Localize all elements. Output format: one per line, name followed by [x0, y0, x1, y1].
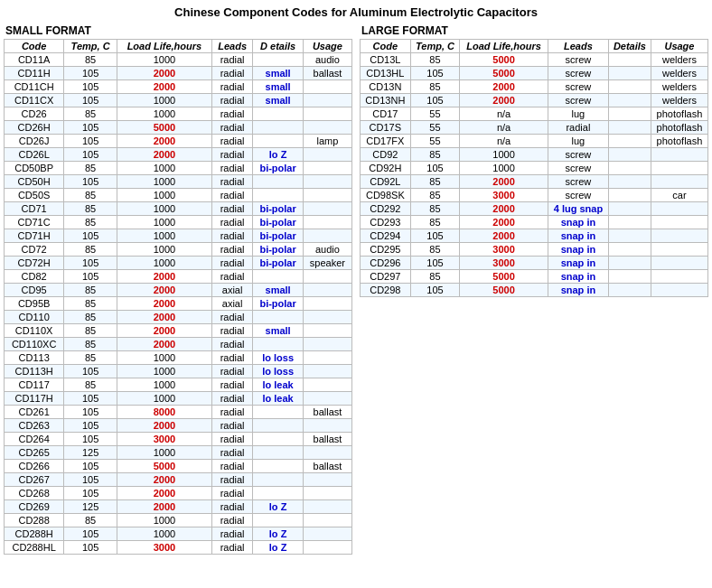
table-row: CD113851000radiallo loss [5, 351, 352, 365]
table-cell: audio [303, 243, 351, 257]
table-cell: 125 [64, 500, 117, 514]
table-cell [608, 175, 651, 189]
table-row: CD13HL1055000screwwelders [361, 67, 708, 80]
table-cell [253, 270, 304, 284]
table-cell: lug [548, 107, 608, 121]
table-cell: 1000 [117, 243, 211, 257]
table-cell: CD269 [5, 500, 64, 514]
table-cell: CD13N [361, 80, 411, 94]
table-cell: radial [211, 460, 252, 473]
table-row: CD98SK853000screwcar [361, 189, 708, 202]
table-cell [608, 107, 651, 121]
table-cell [303, 311, 351, 324]
table-cell: radial [211, 514, 252, 527]
table-cell [303, 80, 351, 94]
table-row: CD2961053000snap in [361, 257, 708, 270]
table-cell: small [253, 284, 304, 297]
table-cell: CD17 [361, 107, 411, 121]
large-col-details: Details [608, 40, 651, 53]
table-cell: 105 [64, 175, 117, 189]
table-row: CD11H1052000radialsmallballast [5, 67, 352, 80]
table-cell [303, 202, 351, 216]
table-cell: bi-polar [253, 162, 304, 175]
table-cell: 125 [64, 446, 117, 460]
table-cell: CD268 [5, 487, 64, 500]
table-cell [253, 121, 304, 135]
table-cell: 3000 [117, 433, 211, 446]
table-cell: screw [548, 53, 608, 67]
table-cell [303, 351, 351, 365]
table-cell: 105 [64, 121, 117, 135]
table-cell: 2000 [117, 297, 211, 311]
table-cell: snap in [548, 284, 608, 297]
table-cell: radial [211, 107, 252, 121]
table-cell: ballast [303, 67, 351, 80]
table-cell: CD17FX [361, 135, 411, 148]
table-cell: ballast [303, 433, 351, 446]
large-col-code: Code [361, 40, 411, 53]
table-cell: 55 [410, 121, 460, 135]
table-cell: lamp [303, 135, 351, 148]
table-cell: 105 [410, 94, 460, 107]
table-cell: CD26H [5, 121, 64, 135]
table-cell: lug [548, 135, 608, 148]
table-cell: 2000 [117, 473, 211, 487]
table-cell: n/a [460, 135, 548, 148]
table-row: CD117851000radiallo leak [5, 378, 352, 392]
table-cell [608, 202, 651, 216]
table-cell: 2000 [117, 148, 211, 162]
table-cell [608, 80, 651, 94]
table-row: CD92H1051000screw [361, 162, 708, 175]
table-cell: 2000 [117, 487, 211, 500]
table-row: CD50BP851000radialbi-polar [5, 162, 352, 175]
table-cell: 105 [64, 135, 117, 148]
table-cell: CD296 [361, 257, 411, 270]
table-row: CD110XC852000radial [5, 338, 352, 351]
table-cell: CD50BP [5, 162, 64, 175]
table-cell: 2000 [117, 67, 211, 80]
table-cell: 85 [410, 175, 460, 189]
table-cell [608, 148, 651, 162]
table-row: CD92L852000screw [361, 175, 708, 189]
table-cell [651, 148, 707, 162]
table-cell: radial [211, 216, 252, 229]
table-cell: 8000 [117, 406, 211, 419]
table-cell: snap in [548, 216, 608, 229]
table-cell: 2000 [460, 229, 548, 243]
table-row: CD2928520004 lug snap [361, 202, 708, 216]
large-format-title: LARGE FORMAT [360, 23, 708, 39]
table-cell: 85 [410, 270, 460, 284]
table-cell [303, 94, 351, 107]
table-cell [303, 216, 351, 229]
table-cell: 85 [410, 148, 460, 162]
table-cell: bi-polar [253, 216, 304, 229]
table-cell: CD13HL [361, 67, 411, 80]
table-cell: 105 [64, 487, 117, 500]
table-row: CD297855000snap in [361, 270, 708, 284]
table-cell [303, 148, 351, 162]
table-cell: speaker [303, 257, 351, 270]
table-cell: welders [651, 53, 707, 67]
table-cell: radial [211, 202, 252, 216]
table-cell: 105 [64, 229, 117, 243]
page-title: Chinese Component Codes for Aluminum Ele… [0, 0, 712, 23]
table-cell: 3000 [117, 541, 211, 555]
table-cell: 105 [64, 473, 117, 487]
table-cell: 2000 [117, 80, 211, 94]
table-cell: screw [548, 148, 608, 162]
table-cell: photoflash [651, 135, 707, 148]
table-row: CD50H1051000radial [5, 175, 352, 189]
table-row: CD117H1051000radiallo leak [5, 392, 352, 406]
table-cell [651, 162, 707, 175]
table-cell: snap in [548, 229, 608, 243]
table-cell: radial [211, 94, 252, 107]
table-cell: 105 [410, 257, 460, 270]
table-row: CD11CH1052000radialsmall [5, 80, 352, 94]
table-row: CD95852000axialsmall [5, 284, 352, 297]
table-cell: snap in [548, 270, 608, 284]
table-cell: 2000 [117, 311, 211, 324]
table-cell: 2000 [460, 216, 548, 229]
table-cell: 1000 [117, 378, 211, 392]
table-cell: 85 [64, 162, 117, 175]
table-cell: screw [548, 175, 608, 189]
